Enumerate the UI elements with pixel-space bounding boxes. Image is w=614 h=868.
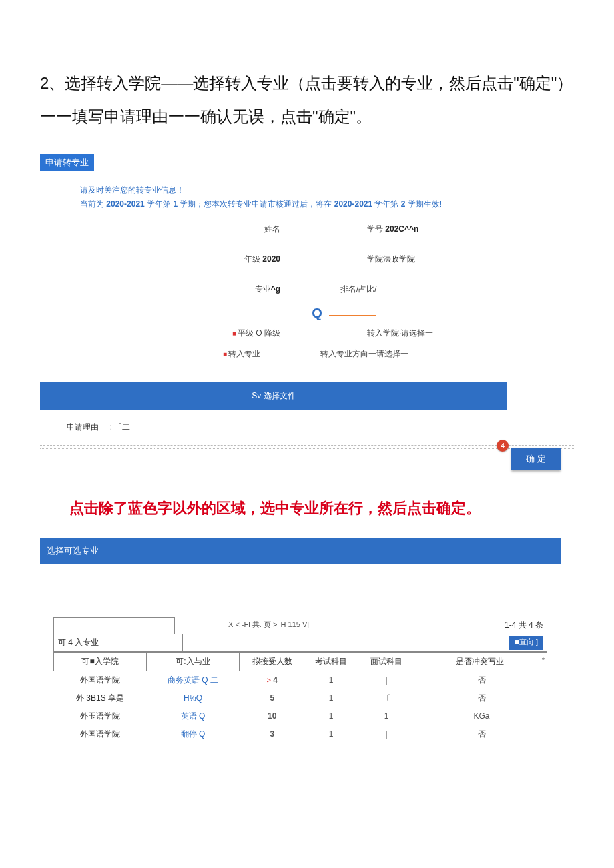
col-interview: 面试科目 — [357, 652, 416, 671]
reason-label: 申请理由 — [67, 422, 99, 432]
sno-value: 202C^^n — [385, 224, 418, 234]
cell-interview: | — [357, 671, 416, 689]
txt: 是否冲突写业 — [456, 657, 504, 666]
select-major-bar: 选择可选专业 — [40, 538, 561, 564]
table-caption: 可 4 入专业 — [53, 634, 183, 651]
red-instruction: 点击除了蓝色字以外的区域，选中专业所在行，然后点击确定。 — [40, 493, 574, 524]
step-title: 2、选择转入学院——选择转入专业（点击要转入的专业，然后点击"确定"）一一填写申… — [40, 67, 574, 134]
reason-value[interactable]: : 「二 — [110, 422, 131, 432]
notice-attention: 请及时关注您的转专业信息！ — [80, 185, 547, 196]
cell-exam: 1 — [305, 707, 357, 725]
sno-label: 学号 — [367, 224, 383, 234]
table-row[interactable]: 外国语学院商务英语 Q 二> 41|否 — [54, 671, 548, 689]
cell-major-link[interactable]: 翻停 Q — [147, 725, 240, 743]
txt: 2 — [401, 199, 406, 209]
cell-interview: 1 — [357, 707, 416, 725]
required-icon: ■ — [232, 330, 236, 337]
star-icon: * — [542, 656, 545, 664]
cell-num: 5 — [240, 689, 306, 707]
cell-interview: 〔 — [357, 689, 416, 707]
step-badge: 4 — [497, 440, 509, 452]
required-icon: ■ — [223, 350, 227, 358]
cell-conflict: KGa — [416, 707, 547, 725]
cell-college: 外国语学院 — [54, 725, 147, 743]
cell-college: 外玉语学院 — [54, 707, 147, 725]
grade-value: 2020 — [262, 254, 280, 264]
file-select-bar[interactable]: Sv 选择文件 — [40, 382, 507, 410]
pager-text: X < -Fl 共. 页 > 'H — [228, 620, 288, 628]
cell-interview: | — [357, 725, 416, 743]
target-college-label[interactable]: 转入学院·请选择一 — [367, 328, 433, 338]
college-value: 法政学院 — [383, 254, 415, 264]
notice-semester: 当前为 2020-2021 学年第 1 学期；您本次转专业申请市核通过后，将在 … — [80, 199, 547, 210]
col-major: 可:入与业 — [147, 652, 240, 671]
pager-link[interactable]: 115 V| — [288, 620, 310, 628]
cell-major-link[interactable]: H⅛Q — [147, 689, 240, 707]
major-label: 专业 — [255, 284, 271, 294]
col-num: 拟接受人数 — [240, 652, 306, 671]
cell-major-link[interactable]: 商务英语 Q 二 — [147, 671, 240, 689]
txt: 学年第 — [372, 199, 401, 209]
cell-exam: 1 — [305, 671, 357, 689]
cell-conflict: 否 — [416, 725, 547, 743]
query-button[interactable]: ■直向 ] — [509, 636, 543, 650]
txt: 2020-2021 — [106, 199, 144, 209]
cell-college: 外国语学院 — [54, 671, 147, 689]
txt: 学期生效! — [406, 199, 442, 209]
underline-icon — [329, 315, 376, 316]
apply-section-tag: 申请转专业 — [40, 154, 94, 171]
rank-value: / — [374, 284, 376, 294]
pager-controls[interactable]: X < -Fl 共. 页 > 'H 115 V| — [175, 617, 463, 634]
cell-conflict: 否 — [416, 689, 547, 707]
apply-form: 请及时关注您的转专业信息！ 当前为 2020-2021 学年第 1 学期；您本次… — [40, 171, 574, 376]
cell-college: 外 3B1S 享是 — [54, 689, 147, 707]
target-major-label[interactable]: 转入专业 — [228, 349, 260, 358]
txt: 2020-2021 — [334, 199, 372, 209]
target-direction-label[interactable]: 转入专业方向一请选择一 — [320, 349, 408, 358]
txt: 当前为 — [80, 199, 106, 209]
pager-count: 1-4 共 4 条 — [463, 617, 547, 634]
major-value: ^g — [271, 284, 280, 294]
cell-num: 3 — [240, 725, 306, 743]
major-table-wrap: X < -Fl 共. 页 > 'H 115 V| 1-4 共 4 条 可 4 入… — [53, 617, 547, 743]
arrow-icon: > — [267, 676, 271, 684]
table-row[interactable]: 外国语学院翻停 Q31|否 — [54, 725, 548, 743]
table-row[interactable]: 外 3B1S 享是H⅛Q51〔否 — [54, 689, 548, 707]
major-table: 可■入学院 可:入与业 拟接受人数 考试科目 面试科目 是否冲突写业* 外国语学… — [53, 652, 547, 743]
name-label: 姓名 — [264, 224, 280, 234]
txt: 学年第 — [145, 199, 174, 209]
cell-major-link[interactable]: 英语 Q — [147, 707, 240, 725]
table-row[interactable]: 外玉语学院英语 Q1011KGa — [54, 707, 548, 725]
search-icon: Q — [312, 306, 322, 320]
confirm-button[interactable]: 确 定 — [511, 448, 561, 470]
pager-left-box — [53, 617, 175, 634]
cell-exam: 1 — [305, 689, 357, 707]
grade-label: 年级 — [244, 254, 260, 264]
cell-num: > 4 — [240, 671, 306, 689]
col-college: 可■入学院 — [54, 652, 147, 671]
cell-num: 10 — [240, 707, 306, 725]
level-label: 平级 O 降级 — [238, 328, 280, 338]
college-label: 学院 — [367, 254, 383, 264]
col-conflict: 是否冲突写业* — [416, 652, 547, 671]
cell-exam: 1 — [305, 725, 357, 743]
cell-conflict: 否 — [416, 671, 547, 689]
txt: 学期；您本次转专业申请市核通过后，将在 — [178, 199, 334, 209]
rank-label: 排名/占比 — [340, 284, 374, 294]
col-exam: 考试科目 — [305, 652, 357, 671]
